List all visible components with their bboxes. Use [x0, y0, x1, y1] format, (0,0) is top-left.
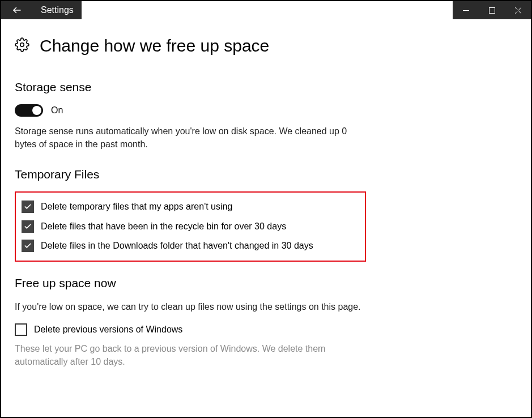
arrow-left-icon: [12, 5, 22, 15]
check-icon: [24, 242, 32, 250]
checkbox-label: Delete files that have been in the recyc…: [41, 220, 286, 233]
titlebar: Settings: [1, 1, 531, 19]
temp-files-highlight-box: Delete temporary files that my apps aren…: [15, 191, 366, 261]
temp-files-option-1: Delete files that have been in the recyc…: [22, 220, 356, 233]
section-free-up-now: Free up space now If you're low on space…: [15, 276, 517, 368]
window-controls: [453, 1, 531, 19]
checkbox-label: Delete temporary files that my apps aren…: [41, 201, 232, 213]
checkbox-label: Delete files in the Downloads folder tha…: [41, 240, 313, 252]
free-up-now-heading: Free up space now: [15, 276, 517, 290]
checkbox-previous-windows[interactable]: [15, 323, 27, 336]
window-title-wrap: Settings: [33, 1, 82, 19]
checkbox-temp-apps[interactable]: [22, 201, 34, 213]
page-title: Change how we free up space: [40, 36, 269, 56]
check-icon: [24, 203, 32, 211]
temp-files-option-2: Delete files in the Downloads folder tha…: [22, 240, 356, 252]
minimize-button[interactable]: [453, 1, 479, 19]
content: Change how we free up space Storage sens…: [1, 19, 531, 385]
check-icon: [24, 223, 32, 231]
gear-icon: [15, 37, 29, 54]
storage-sense-toggle[interactable]: [15, 104, 43, 117]
section-temporary-files: Temporary Files Delete temporary files t…: [15, 168, 517, 261]
free-up-now-note: These let your PC go back to a previous …: [15, 343, 366, 368]
svg-point-5: [20, 43, 24, 47]
window-title: Settings: [41, 5, 74, 15]
storage-sense-heading: Storage sense: [15, 80, 517, 94]
temp-files-option-0: Delete temporary files that my apps aren…: [22, 201, 356, 213]
section-storage-sense: Storage sense On Storage sense runs auto…: [15, 80, 517, 151]
svg-rect-2: [489, 7, 495, 13]
minimize-icon: [463, 7, 469, 14]
maximize-button[interactable]: [479, 1, 505, 19]
free-up-now-option: Delete previous versions of Windows: [15, 323, 517, 336]
checkbox-downloads[interactable]: [22, 240, 34, 252]
titlebar-spacer: [82, 1, 453, 19]
storage-sense-description: Storage sense runs automatically when yo…: [15, 125, 366, 151]
back-button[interactable]: [1, 1, 33, 19]
toggle-knob: [32, 106, 41, 115]
close-button[interactable]: [505, 1, 531, 19]
maximize-icon: [489, 7, 495, 14]
temp-files-heading: Temporary Files: [15, 168, 517, 181]
close-icon: [515, 7, 521, 14]
free-up-now-description: If you're low on space, we can try to cl…: [15, 300, 366, 313]
page-header: Change how we free up space: [15, 36, 517, 56]
storage-sense-toggle-label: On: [51, 105, 63, 116]
checkbox-recycle-bin[interactable]: [22, 220, 34, 233]
storage-sense-toggle-row: On: [15, 104, 517, 117]
checkbox-label: Delete previous versions of Windows: [34, 323, 182, 336]
